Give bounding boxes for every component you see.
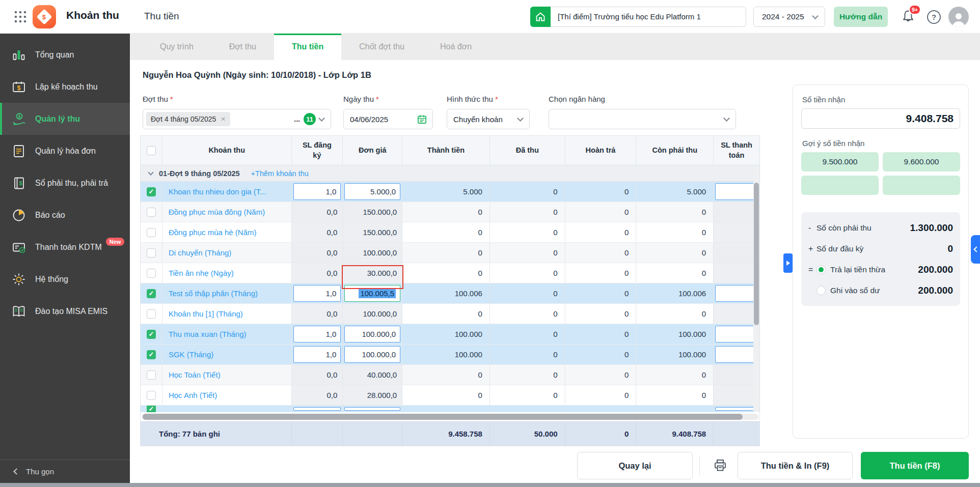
avatar[interactable]: [948, 7, 969, 27]
school-selector[interactable]: [Thí điểm] Trường tiểu học Edu Platform …: [530, 7, 746, 27]
fee-name-link[interactable]: Khoản thu [1] (Tháng): [169, 309, 243, 318]
radio-ghi-vao-so-du[interactable]: [816, 286, 826, 295]
sidebar-collapse-button[interactable]: Thu gọn: [0, 460, 130, 483]
remaining-cell: 0: [636, 243, 714, 263]
row-checkbox[interactable]: ✓: [147, 330, 156, 339]
sidebar-item-quan-ly-thu[interactable]: $Quản lý thu: [0, 103, 130, 135]
tab-thu-tien[interactable]: Thu tiền: [274, 34, 341, 60]
sidebar-item-lap-ke-hoach-thu[interactable]: $Lập kế hoạch thu: [0, 71, 130, 103]
row-checkbox[interactable]: [147, 391, 156, 400]
qty-cell: 1,0: [292, 283, 343, 303]
received-amount-input[interactable]: 9.408.758: [801, 108, 960, 129]
suggestion-chip[interactable]: [883, 176, 960, 195]
fee-name-link[interactable]: Khoan thu nhieu don gia (T...: [169, 187, 266, 196]
qty-input[interactable]: 1,0: [293, 183, 341, 200]
fee-name-cell: Đồng phục mùa hè (Năm): [162, 222, 292, 242]
back-button[interactable]: Quay lại: [577, 452, 693, 479]
pay-qty-input[interactable]: [715, 183, 758, 200]
price-input[interactable]: 100.000,0: [344, 326, 400, 342]
price-cell: 100.000,0: [343, 243, 402, 263]
fee-name-link[interactable]: Test số thập phân (Tháng): [169, 289, 258, 298]
help-icon[interactable]: ?: [927, 10, 941, 24]
sidebar-item-thanh-toan-kdtm[interactable]: Thanh toán KDTMNew: [0, 231, 130, 263]
row-checkbox[interactable]: [147, 228, 156, 237]
payment-method-select[interactable]: Chuyển khoản: [447, 109, 530, 129]
collection-batch-select[interactable]: Đợt 4 tháng 05/2025 ✕ ... 11: [143, 109, 331, 129]
add-fee-link[interactable]: +Thêm khoản thu: [251, 169, 309, 178]
row-checkbox[interactable]: [147, 269, 156, 278]
fee-name-link[interactable]: Thu mua xuan (Tháng): [169, 330, 247, 338]
qty-input[interactable]: 1,0: [293, 326, 341, 342]
radio-tra-lai-tien-thua[interactable]: [816, 265, 826, 274]
qty-input[interactable]: 1,0: [293, 346, 341, 363]
suggestion-chip[interactable]: 9.600.000: [883, 152, 960, 171]
price-input[interactable]: 100.005,5: [344, 285, 400, 302]
price-cell: 5.000,0: [343, 182, 402, 202]
sidebar-item-dao-tao-misa-emis[interactable]: Đào tạo MISA EMIS: [0, 295, 130, 327]
tab-quy-trinh[interactable]: Quy trình: [142, 34, 211, 60]
vertical-scrollbar[interactable]: [753, 165, 759, 412]
sidebar-item-quan-ly-hoa-don[interactable]: Quản lý hóa đơn: [0, 135, 130, 167]
row-checkbox[interactable]: [147, 248, 156, 257]
sidebar-collapse-label: Thu gọn: [26, 467, 54, 476]
panel-expand-button[interactable]: [783, 253, 793, 273]
price-input[interactable]: 5.000,0: [344, 183, 400, 200]
qty-input[interactable]: 1,0: [293, 285, 341, 302]
row-checkbox[interactable]: ✓: [147, 406, 156, 412]
row-checkbox[interactable]: ✓: [147, 187, 156, 196]
bank-select[interactable]: [549, 109, 736, 129]
collected-cell: 0: [490, 385, 565, 405]
price-input[interactable]: 100.000,0: [344, 346, 400, 363]
tab-dot-thu[interactable]: Đợt thu: [211, 34, 274, 60]
price-cell: 40.000,0: [343, 365, 402, 385]
school-year-select[interactable]: 2024 - 2025: [753, 7, 825, 27]
vertical-scrollbar-thumb[interactable]: [754, 183, 759, 325]
horizontal-scrollbar-thumb[interactable]: [143, 414, 743, 420]
collection-date-field[interactable]: 04/06/2025: [343, 109, 433, 129]
fee-name-link[interactable]: Đồng phục mùa hè (Năm): [169, 228, 257, 237]
print-button[interactable]: [706, 452, 734, 479]
app-grid-icon[interactable]: [13, 10, 28, 24]
sidebar-item-so-phai-thu-phai-tra[interactable]: $Sổ phải thu, phải trả: [0, 167, 130, 199]
fee-name-link[interactable]: Học Toán (Tiết): [169, 370, 221, 379]
select-all-checkbox[interactable]: [147, 146, 156, 155]
sidebar-item-bao-cao[interactable]: Báo cáo: [0, 199, 130, 231]
fee-name-link[interactable]: Di chuyển (Tháng): [169, 248, 231, 257]
tab-hoa-don[interactable]: Hoá đơn: [422, 34, 489, 60]
tab-chot-dot-thu[interactable]: Chốt đợt thu: [341, 34, 422, 60]
suggestion-chip[interactable]: [801, 176, 879, 195]
panel-collapse-tab[interactable]: [971, 235, 980, 264]
pay-qty-input[interactable]: [715, 346, 758, 363]
row-checkbox[interactable]: [147, 309, 156, 319]
home-icon[interactable]: [530, 7, 551, 27]
pay-qty-input[interactable]: [715, 407, 758, 411]
collect-button[interactable]: Thu tiền (F8): [861, 452, 969, 479]
fee-name-link[interactable]: Đồng phục mùa đông (Năm): [169, 208, 265, 216]
row-checkbox[interactable]: ✓: [147, 289, 156, 298]
sidebar-item-tong-quan[interactable]: Tổng quan: [0, 39, 130, 71]
price-input[interactable]: [344, 407, 400, 411]
fee-name-cell: Thu mua xuan (Tháng): [162, 324, 292, 344]
fee-name-link[interactable]: SGK (Tháng): [169, 350, 213, 359]
fee-name-link[interactable]: Học Anh (Tiết): [169, 391, 217, 399]
row-checkbox[interactable]: ✓: [147, 350, 156, 359]
sidebar-item-he-thong[interactable]: Hệ thống: [0, 263, 130, 295]
pay-qty-input[interactable]: [715, 285, 758, 302]
chevron-down-icon[interactable]: [148, 169, 153, 175]
fee-name-link[interactable]: Tiền ăn nhẹ (Ngày): [169, 269, 234, 277]
row-checkbox[interactable]: [147, 208, 156, 217]
horizontal-scrollbar[interactable]: [141, 412, 759, 421]
collect-and-print-button[interactable]: Thu tiền & In (F9): [738, 452, 853, 479]
guide-button[interactable]: Hướng dẫn: [834, 7, 888, 27]
row-checkbox[interactable]: [147, 370, 156, 380]
calendar-icon[interactable]: [417, 114, 427, 125]
qty-input[interactable]: [293, 407, 341, 411]
summary-label: Ghi vào sổ dư: [830, 286, 880, 295]
amount-cell: 0: [402, 304, 490, 324]
school-name-field[interactable]: [Thí điểm] Trường tiểu học Edu Platform …: [551, 7, 746, 27]
suggestion-chip[interactable]: 9.500.000: [801, 152, 879, 171]
main-content: Nguyễn Hoa Quỳnh (Ngày sinh: 10/10/2018)…: [130, 60, 980, 483]
close-icon[interactable]: ✕: [221, 116, 226, 123]
row-select-cell: ✓: [141, 283, 162, 303]
pay-qty-input[interactable]: [715, 326, 758, 342]
